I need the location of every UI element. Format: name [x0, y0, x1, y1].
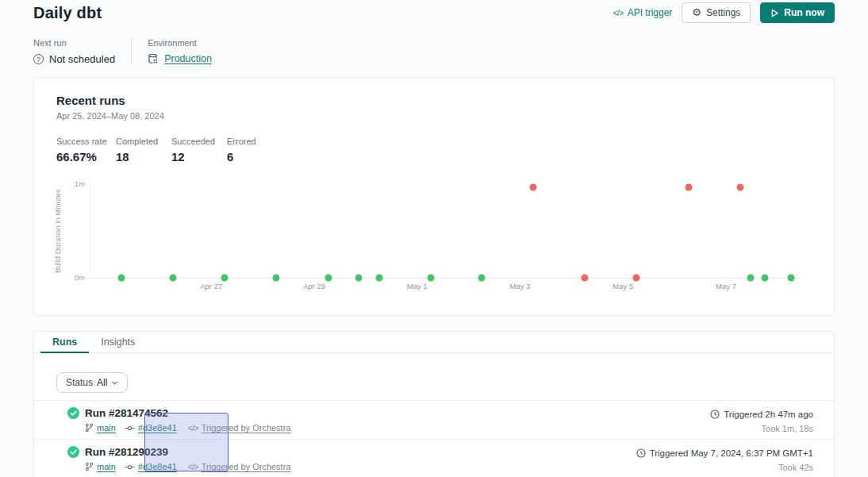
- duration-text: Took 1m, 18s: [762, 424, 813, 433]
- question-circle-icon: [33, 54, 44, 64]
- stat-errored: Errored 6: [227, 137, 282, 163]
- x-axis-tick-label: Apr 27: [200, 282, 222, 290]
- settings-label: Settings: [706, 7, 740, 18]
- run-dot-success[interactable]: [272, 275, 279, 282]
- vertical-divider: [131, 38, 132, 65]
- topbar: Daily dbt API trigger Settings Run now: [33, 2, 835, 24]
- topbar-actions: API trigger Settings Run now: [613, 2, 835, 23]
- next-run-label: Next run: [33, 38, 115, 48]
- run-dot-success[interactable]: [355, 275, 363, 282]
- environment-block: Environment Production: [148, 38, 212, 65]
- status-filter-label: Status: [66, 377, 93, 388]
- next-run-value: Not scheduled: [49, 53, 115, 65]
- run-now-label: Run now: [784, 7, 824, 18]
- stat-completed: Completed 18: [116, 137, 171, 163]
- stat-succeeded: Succeeded 12: [171, 137, 227, 163]
- run-dot-success[interactable]: [788, 275, 795, 282]
- x-axis-tick-label: May 3: [510, 282, 531, 290]
- x-axis-tick-label: Apr 29: [303, 282, 325, 290]
- duration-scatter-chart: 1m 0m Apr 27Apr 29May 1May 3May 5May 7: [90, 183, 801, 279]
- x-axis-tick-label: May 5: [613, 282, 633, 290]
- duration-text: Took 42s: [778, 463, 813, 472]
- recent-runs-card: Recent runs Apr 25, 2024–May 08, 2024 Su…: [33, 77, 835, 316]
- environment-label: Environment: [148, 38, 212, 48]
- success-check-icon: [67, 446, 79, 458]
- y-tick-0m: 0m: [75, 273, 85, 282]
- play-icon: [770, 9, 779, 17]
- api-trigger-link[interactable]: API trigger: [613, 7, 673, 18]
- page-title: Daily dbt: [33, 4, 102, 22]
- tab-runs[interactable]: Runs: [40, 332, 89, 353]
- stats-row: Success rate 66.67% Completed 18 Succeed…: [56, 137, 834, 163]
- settings-button[interactable]: Settings: [682, 2, 751, 23]
- run-dot-success[interactable]: [118, 275, 125, 282]
- runs-panel-card: Runs Insights Status All Run #281474562: [33, 331, 835, 477]
- run-title: Run #281474562: [85, 407, 168, 419]
- commit-link[interactable]: #d3e8e41: [138, 423, 177, 433]
- code-icon: [188, 462, 198, 471]
- run-dot-error[interactable]: [686, 183, 693, 190]
- job-page: Daily dbt API trigger Settings Run now N…: [0, 0, 868, 477]
- x-axis-tick-label: May 1: [407, 282, 428, 290]
- tabs: Runs Insights: [34, 332, 834, 353]
- api-trigger-label: API trigger: [628, 7, 673, 18]
- next-run-block: Next run Not scheduled: [33, 38, 115, 65]
- chevron-down-icon: [111, 379, 118, 387]
- run-dot-success[interactable]: [762, 275, 769, 282]
- run-now-button[interactable]: Run now: [760, 2, 835, 23]
- code-icon: [188, 423, 198, 433]
- trigger-source-link[interactable]: Triggered by Orchestra: [202, 423, 291, 433]
- run-timing: Triggered 2h 47m ago Took 1m, 18s: [710, 407, 813, 439]
- run-info: Run #281290239 main #d3e8e41: [67, 446, 299, 477]
- run-title: Run #281290239: [85, 446, 168, 458]
- run-dot-error[interactable]: [530, 183, 537, 190]
- branch-link[interactable]: main: [97, 423, 116, 433]
- run-info: Run #281474562 main #d3e8e41: [67, 407, 299, 439]
- run-dot-success[interactable]: [747, 275, 755, 282]
- run-dot-success[interactable]: [427, 275, 434, 282]
- y-tick-1m: 1m: [75, 179, 85, 188]
- triggered-text: Triggered May 7, 2024, 6:37 PM GMT+1: [650, 448, 813, 458]
- run-dot-error[interactable]: [581, 275, 588, 282]
- status-filter-value: All: [97, 377, 107, 388]
- run-row[interactable]: Run #281290239 main #d3e8e41: [34, 440, 834, 477]
- database-icon: [148, 53, 159, 64]
- code-icon: [613, 7, 624, 18]
- chart-y-axis-label: Build Duration in Minutes: [53, 167, 62, 294]
- trigger-source-link[interactable]: Triggered by Orchestra: [202, 462, 291, 471]
- git-commit-icon: [125, 464, 135, 471]
- git-commit-icon: [125, 425, 135, 432]
- run-dot-error[interactable]: [736, 183, 743, 190]
- git-branch-icon: [85, 462, 94, 471]
- x-axis-tick-label: May 7: [716, 282, 736, 290]
- recent-runs-title: Recent runs: [56, 94, 834, 107]
- commit-link[interactable]: #d3e8e41: [138, 462, 177, 471]
- environment-link[interactable]: Production: [164, 53, 212, 64]
- run-dot-success[interactable]: [169, 275, 176, 282]
- triggered-text: Triggered 2h 47m ago: [724, 410, 813, 419]
- gear-icon: [692, 7, 701, 18]
- clock-icon: [710, 410, 720, 419]
- stat-success-rate: Success rate 66.67%: [56, 137, 116, 163]
- run-dot-success[interactable]: [325, 275, 332, 282]
- clock-icon: [636, 448, 646, 458]
- status-filter-dropdown[interactable]: Status All: [56, 372, 128, 393]
- tab-insights[interactable]: Insights: [89, 332, 147, 353]
- run-dot-success[interactable]: [221, 275, 229, 282]
- run-dot-success[interactable]: [478, 275, 486, 282]
- run-row[interactable]: Run #281474562 main #d3e8e41: [34, 401, 834, 440]
- run-timing: Triggered May 7, 2024, 6:37 PM GMT+1 Too…: [636, 446, 813, 477]
- run-dot-success[interactable]: [376, 275, 383, 282]
- branch-link[interactable]: main: [97, 462, 116, 471]
- run-dot-error[interactable]: [633, 275, 640, 282]
- job-summary: Next run Not scheduled Environment: [33, 38, 212, 65]
- git-branch-icon: [85, 423, 94, 433]
- success-check-icon: [67, 407, 79, 419]
- date-range: Apr 25, 2024–May 08, 2024: [56, 111, 834, 121]
